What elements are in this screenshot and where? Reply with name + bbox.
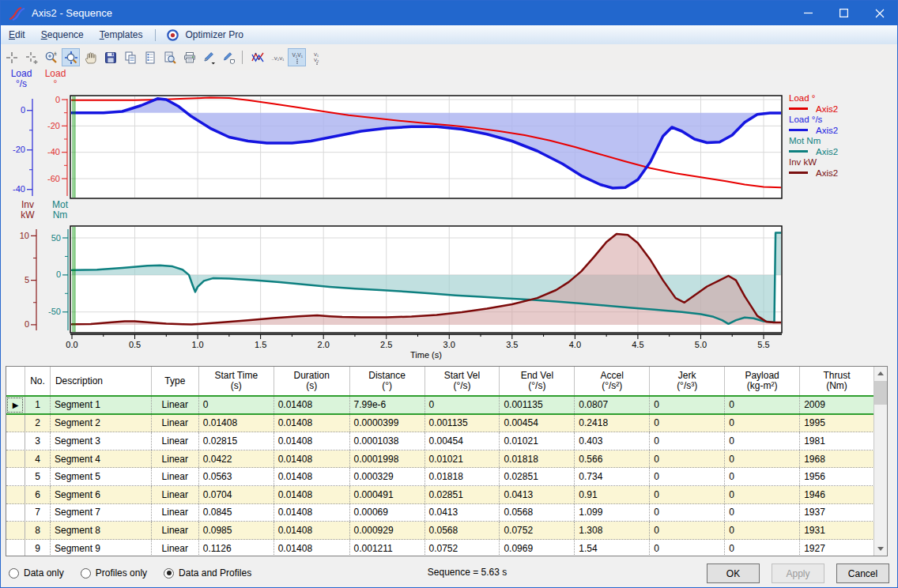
scatter-profiles-button[interactable] — [248, 48, 266, 66]
column-header-end-vel[interactable]: End Vel(°/s) — [500, 367, 575, 395]
profiles-stacked-button[interactable]: V₁V₂ — [308, 48, 326, 66]
cell-ev[interactable]: 0.001135 — [500, 397, 575, 413]
cell-no[interactable]: 6 — [25, 486, 51, 503]
cell-thrust[interactable]: 1937 — [800, 504, 874, 522]
column-header-start-time[interactable]: Start Time(s) — [199, 367, 274, 395]
cell-acc[interactable]: 1.308 — [575, 522, 650, 539]
cell-start[interactable]: 0.01408 — [199, 415, 274, 432]
cell-desc[interactable]: Segment 7 — [51, 504, 152, 522]
close-button[interactable] — [862, 1, 897, 25]
cell-dur[interactable]: 0.01408 — [274, 397, 350, 413]
cell-jerk[interactable]: 0 — [650, 415, 725, 432]
cell-payload[interactable]: 0 — [725, 540, 800, 556]
radio-data-only[interactable]: Data only — [9, 567, 64, 579]
cell-sv[interactable]: 0.01818 — [425, 468, 500, 485]
ok-button[interactable]: OK — [707, 564, 760, 583]
row-selector[interactable] — [6, 486, 25, 503]
column-header-distance[interactable]: Distance(°) — [350, 367, 425, 395]
cell-payload[interactable]: 0 — [725, 522, 800, 539]
cell-payload[interactable]: 0 — [725, 450, 800, 468]
minimize-button[interactable] — [790, 1, 826, 25]
cell-start[interactable]: 0.0985 — [199, 522, 274, 539]
cell-dur[interactable]: 0.01408 — [274, 432, 350, 450]
cell-dur[interactable]: 0.01408 — [274, 486, 350, 503]
table-row[interactable]: 3Segment 3Linear0.028150.014080.00010380… — [6, 432, 874, 450]
cell-no[interactable]: 1 — [25, 397, 51, 413]
cell-desc[interactable]: Segment 6 — [51, 486, 152, 503]
cell-dur[interactable]: 0.01408 — [274, 468, 350, 485]
cell-no[interactable]: 3 — [25, 432, 51, 450]
print-button[interactable] — [180, 48, 198, 66]
cell-thrust[interactable]: 1946 — [800, 486, 874, 503]
cell-thrust[interactable]: 1956 — [800, 468, 874, 485]
cell-payload[interactable]: 0 — [725, 486, 800, 503]
cell-desc[interactable]: Segment 5 — [51, 468, 152, 485]
cell-ev[interactable]: 0.00454 — [500, 415, 575, 432]
cell-start[interactable]: 0.0563 — [199, 468, 274, 485]
menu-optimizer-pro[interactable]: Optimizer Pro — [182, 26, 246, 43]
cell-dist[interactable]: 0.000929 — [350, 522, 425, 539]
table-row[interactable]: ▶1Segment 1Linear00.014087.99e-600.00113… — [6, 395, 874, 415]
cell-start[interactable]: 0.02815 — [199, 432, 274, 450]
copy-button[interactable] — [121, 48, 139, 66]
radio-profiles-only[interactable]: Profiles only — [81, 567, 147, 579]
cell-acc[interactable]: 0.91 — [575, 486, 650, 503]
cell-acc[interactable]: 0.566 — [575, 450, 650, 468]
cell-desc[interactable]: Segment 2 — [51, 415, 152, 432]
cell-ev[interactable]: 0.0568 — [500, 504, 575, 522]
cell-dur[interactable]: 0.01408 — [274, 415, 350, 432]
cell-dur[interactable]: 0.01408 — [274, 540, 350, 556]
cell-ev[interactable]: 0.0752 — [500, 522, 575, 539]
table-row[interactable]: 7Segment 7Linear0.08450.014080.000690.04… — [6, 504, 874, 522]
radio-data-and-profiles[interactable]: Data and Profiles — [164, 567, 251, 579]
cell-no[interactable]: 7 — [25, 504, 51, 522]
cell-dist[interactable]: 0.0001038 — [350, 432, 425, 450]
cell-thrust[interactable]: 1927 — [800, 540, 874, 556]
cell-type[interactable]: Linear — [152, 415, 199, 432]
cell-acc[interactable]: 1.099 — [575, 504, 650, 522]
pan-button[interactable] — [81, 48, 100, 66]
cell-jerk[interactable]: 0 — [650, 540, 725, 556]
cell-sv[interactable]: 0.0752 — [425, 540, 500, 556]
cell-type[interactable]: Linear — [152, 522, 199, 539]
row-selector[interactable] — [6, 540, 25, 556]
cell-acc[interactable]: 0.734 — [575, 468, 650, 485]
plot-area[interactable] — [70, 226, 782, 333]
cell-type[interactable]: Linear — [152, 468, 199, 485]
menu-sequence[interactable]: Sequence — [33, 26, 92, 43]
cell-type[interactable]: Linear — [152, 540, 199, 556]
cell-no[interactable]: 8 — [25, 522, 51, 539]
row-selector[interactable] — [6, 468, 25, 485]
cell-dur[interactable]: 0.01408 — [274, 450, 350, 468]
cell-dur[interactable]: 0.01408 — [274, 522, 350, 539]
column-header-start-vel[interactable]: Start Vel(°/s) — [425, 367, 500, 395]
menu-templates[interactable]: Templates — [92, 26, 151, 43]
cell-start[interactable]: 0.0704 — [199, 486, 274, 503]
row-selector[interactable] — [6, 432, 25, 450]
column-header-duration[interactable]: Duration(s) — [274, 367, 350, 395]
cell-dist[interactable]: 0.0000399 — [350, 415, 425, 432]
cell-jerk[interactable]: 0 — [650, 468, 725, 485]
cell-sv[interactable]: 0.00454 — [425, 432, 500, 450]
cell-dist[interactable]: 0.001211 — [350, 540, 425, 556]
cell-sv[interactable]: 0 — [425, 397, 500, 413]
cell-ev[interactable]: 0.0969 — [500, 540, 575, 556]
cell-no[interactable]: 9 — [25, 540, 51, 556]
scroll-up-button[interactable] — [874, 367, 887, 380]
column-header-description[interactable]: Description — [51, 367, 152, 395]
cell-dur[interactable]: 0.01408 — [274, 504, 350, 522]
row-selector[interactable] — [6, 450, 25, 468]
profiles-overlay-button[interactable]: V₂V₁ — [288, 48, 306, 66]
edit-points-button[interactable] — [220, 48, 238, 66]
table-row[interactable]: 8Segment 8Linear0.09850.014080.0009290.0… — [6, 522, 874, 540]
cell-sv[interactable]: 0.0568 — [425, 522, 500, 539]
cell-sv[interactable]: 0.02851 — [425, 486, 500, 503]
cell-thrust[interactable]: 1931 — [800, 522, 874, 539]
cell-thrust[interactable]: 1995 — [800, 415, 874, 432]
cell-sv[interactable]: 0.001135 — [425, 415, 500, 432]
cell-sv[interactable]: 0.01021 — [425, 450, 500, 468]
cell-dist[interactable]: 0.00069 — [350, 504, 425, 522]
cell-ev[interactable]: 0.01818 — [500, 450, 575, 468]
row-selector[interactable]: ▶ — [6, 397, 25, 413]
cell-dist[interactable]: 0.0001998 — [350, 450, 425, 468]
